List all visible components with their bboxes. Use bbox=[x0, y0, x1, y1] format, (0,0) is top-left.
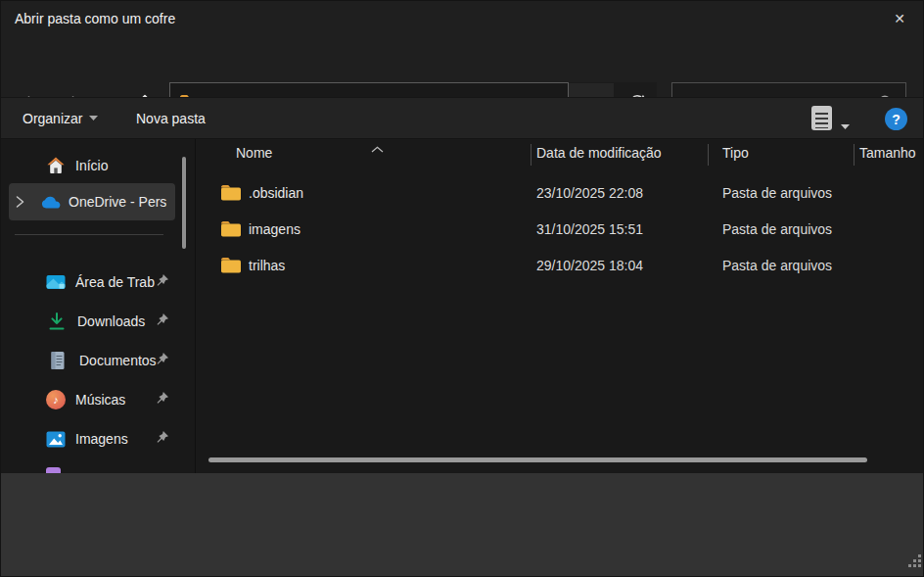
new-folder-label: Nova pasta bbox=[136, 111, 206, 126]
sidebar-item-label: Downloads bbox=[77, 313, 145, 329]
sidebar-divider bbox=[15, 234, 163, 235]
onedrive-icon bbox=[41, 192, 61, 212]
main-content: Início OneDrive - Perso Área de Trab bbox=[1, 139, 924, 473]
sidebar-item-label: Área de Trab bbox=[75, 274, 155, 290]
open-vault-dialog: Abrir pasta como um cofre C:\Users\felip… bbox=[0, 0, 924, 577]
pin-icon[interactable] bbox=[155, 352, 169, 369]
file-name: imagens bbox=[249, 212, 300, 248]
sidebar-item-label: Início bbox=[75, 158, 108, 173]
footer-panel: Pasta: Selecionar pasta Cancelar bbox=[1, 473, 924, 577]
sidebar-item-label: Músicas bbox=[75, 392, 125, 408]
sidebar-item-pictures[interactable]: Imagens bbox=[1, 420, 195, 457]
sidebar-scrollbar[interactable] bbox=[182, 157, 186, 249]
column-header-name[interactable]: Nome bbox=[236, 145, 272, 161]
folder-icon bbox=[221, 221, 241, 241]
chevron-down-icon bbox=[89, 116, 98, 120]
desktop-icon bbox=[46, 272, 66, 292]
help-button[interactable]: ? bbox=[885, 108, 907, 130]
chevron-right-icon bbox=[15, 195, 25, 209]
organize-label: Organizar bbox=[23, 111, 82, 126]
pictures-icon bbox=[46, 429, 66, 449]
pin-icon[interactable] bbox=[155, 391, 169, 409]
file-modified: 29/10/2025 18:04 bbox=[536, 248, 643, 284]
sidebar-item-label: Imagens bbox=[75, 431, 128, 447]
sidebar-item-desktop[interactable]: Área de Trab bbox=[1, 264, 195, 301]
downloads-icon bbox=[47, 312, 67, 331]
pin-icon[interactable] bbox=[155, 273, 169, 291]
new-folder-button[interactable]: Nova pasta bbox=[136, 98, 206, 138]
navigation-bar: C:\Users\felip\felipesantanafs.github.io… bbox=[1, 36, 924, 97]
change-view-button[interactable] bbox=[811, 106, 832, 130]
titlebar: Abrir pasta como um cofre bbox=[1, 1, 924, 36]
column-header-type[interactable]: Tipo bbox=[722, 145, 749, 161]
column-header-modified[interactable]: Data de modificação bbox=[536, 145, 662, 161]
sidebar-item-music[interactable]: Músicas bbox=[1, 381, 195, 418]
music-icon bbox=[46, 390, 66, 409]
file-row-imagens[interactable]: imagens 31/10/2025 15:51 Pasta de arquiv… bbox=[197, 212, 924, 248]
sidebar-item-documents[interactable]: Documentos bbox=[1, 342, 195, 379]
file-row-obsidian[interactable]: .obsidian 23/10/2025 22:08 Pasta de arqu… bbox=[197, 175, 924, 212]
folder-icon bbox=[221, 258, 241, 277]
chevron-down-icon bbox=[841, 124, 850, 129]
sidebar-item-label: OneDrive - Perso bbox=[69, 194, 166, 210]
file-name: .obsidian bbox=[249, 175, 303, 212]
view-dropdown-button[interactable] bbox=[841, 116, 850, 133]
home-icon bbox=[46, 156, 66, 175]
resize-grip[interactable] bbox=[908, 564, 911, 567]
documents-icon bbox=[48, 351, 68, 370]
command-toolbar: Organizar Nova pasta bbox=[1, 97, 924, 139]
sidebar-item-onedrive[interactable]: OneDrive - Perso bbox=[1, 183, 195, 220]
sidebar-item-label: Documentos bbox=[79, 353, 157, 368]
sort-ascending-icon bbox=[371, 139, 384, 157]
file-type: Pasta de arquivos bbox=[722, 212, 832, 248]
file-type: Pasta de arquivos bbox=[722, 175, 832, 212]
column-header-size[interactable]: Tamanho bbox=[859, 145, 916, 161]
dialog-title: Abrir pasta como um cofre bbox=[15, 1, 175, 36]
folder-icon bbox=[221, 185, 241, 205]
help-icon: ? bbox=[892, 112, 901, 127]
pin-icon[interactable] bbox=[155, 430, 169, 448]
horizontal-scrollbar[interactable] bbox=[208, 457, 867, 462]
list-header: Nome Data de modificação Tipo Tamanho bbox=[197, 139, 924, 168]
pin-icon[interactable] bbox=[155, 313, 169, 330]
file-name: trilhas bbox=[249, 248, 285, 284]
close-button[interactable] bbox=[878, 1, 921, 36]
sidebar-item-downloads[interactable]: Downloads bbox=[1, 303, 195, 340]
file-row-trilhas[interactable]: trilhas 29/10/2025 18:04 Pasta de arquiv… bbox=[197, 248, 924, 284]
close-icon bbox=[894, 10, 905, 27]
organize-menu-button[interactable]: Organizar bbox=[23, 98, 98, 138]
column-separator[interactable] bbox=[854, 144, 855, 166]
file-modified: 23/10/2025 22:08 bbox=[536, 175, 643, 212]
navigation-sidebar: Início OneDrive - Perso Área de Trab bbox=[1, 139, 196, 473]
sidebar-item-home[interactable]: Início bbox=[1, 147, 195, 184]
file-modified: 31/10/2025 15:51 bbox=[536, 212, 643, 248]
column-separator[interactable] bbox=[531, 144, 531, 166]
file-type: Pasta de arquivos bbox=[722, 248, 832, 284]
column-separator[interactable] bbox=[708, 144, 709, 166]
